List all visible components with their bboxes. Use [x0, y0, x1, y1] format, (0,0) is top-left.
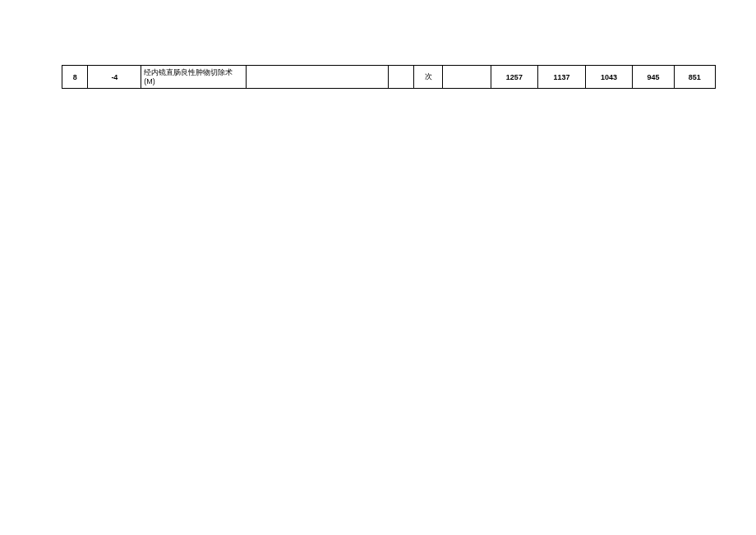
cell-blank2: [442, 66, 491, 89]
cell-unit: 次: [414, 66, 443, 89]
cell-name: 经内镜直肠良性肿物切除术(M): [141, 66, 247, 89]
cell-blank1: [388, 66, 413, 89]
cell-val2: 1137: [538, 66, 586, 89]
cell-val5: 851: [674, 66, 715, 89]
cell-index: 8: [62, 66, 88, 89]
table: 8 -4 经内镜直肠良性肿物切除术(M) 次 1257 1137 1043 94…: [62, 65, 716, 89]
table-row: 8 -4 经内镜直肠良性肿物切除术(M) 次 1257 1137 1043 94…: [62, 66, 716, 89]
cell-desc: [247, 66, 389, 89]
cell-sub: -4: [88, 66, 141, 89]
cell-val1: 1257: [491, 66, 538, 89]
cell-val3: 1043: [585, 66, 633, 89]
cell-val4: 945: [633, 66, 674, 89]
data-table: 8 -4 经内镜直肠良性肿物切除术(M) 次 1257 1137 1043 94…: [62, 65, 716, 89]
